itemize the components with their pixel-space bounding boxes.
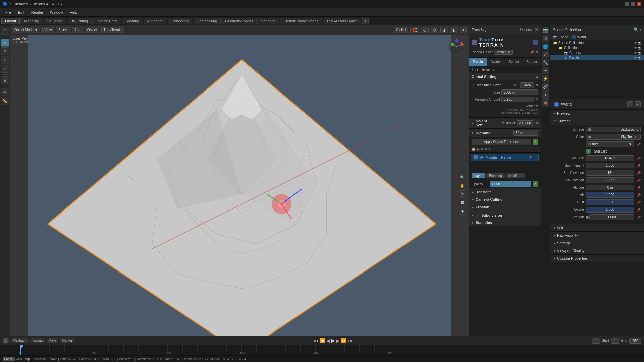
tab-layout[interactable]: Layout: [1, 18, 20, 24]
menu-help[interactable]: Help: [67, 10, 80, 15]
transform-tool[interactable]: ⊞: [1, 76, 9, 84]
pan-btn[interactable]: ✋: [459, 182, 466, 189]
ray-visibility-header[interactable]: ▶ Ray Visibility: [550, 232, 644, 239]
tab-compositing[interactable]: Compositing: [193, 18, 221, 24]
tab-shading[interactable]: Shading: [122, 18, 143, 24]
constraints-props-icon[interactable]: 🔗: [542, 83, 549, 90]
sun-size-value[interactable]: 0.545°: [586, 155, 634, 161]
annotate-tool[interactable]: ✏: [1, 88, 9, 96]
transform-section[interactable]: ▶ Transform: [469, 188, 541, 196]
tab-terrain[interactable]: Terrain: [469, 58, 487, 66]
ozone-pin-icon[interactable]: 📌: [637, 208, 641, 212]
altitude-value[interactable]: 0 m: [586, 185, 634, 190]
viewport-canvas[interactable]: User Perspective (1) Collection | Terrai…: [10, 35, 469, 353]
preview-header[interactable]: ▶ Preview: [550, 110, 644, 117]
scene-props-icon[interactable]: 📷: [542, 27, 549, 34]
global-btn[interactable]: Global: [394, 27, 408, 33]
menu-edit[interactable]: Edit: [15, 10, 27, 15]
axis-snap-button[interactable]: Axis Snap: [16, 357, 30, 361]
keying-button[interactable]: Keying: [31, 338, 45, 343]
material-props-icon[interactable]: ⬟: [542, 99, 549, 107]
mountain-add-icon[interactable]: +: [534, 155, 536, 160]
tab-water[interactable]: Water: [487, 58, 505, 66]
world-breadcrumb-label[interactable]: World: [577, 35, 586, 39]
tab-uv-editing[interactable]: UV Editing: [67, 18, 92, 24]
zoom-in-btn[interactable]: 🔍: [459, 174, 466, 181]
tab-layer[interactable]: Layer: [472, 173, 485, 178]
end-frame-input[interactable]: 250: [629, 338, 641, 344]
eye-icon-scene[interactable]: 👁: [634, 41, 637, 45]
nishita-pin-icon[interactable]: 📌: [637, 143, 641, 146]
maximize-button[interactable]: □: [631, 2, 635, 6]
eye-icon-collection[interactable]: 👁: [634, 46, 637, 50]
nishita-value[interactable]: Nishita ▼: [586, 141, 634, 147]
outliner-filter-icon[interactable]: 🔍: [634, 27, 638, 32]
surface-type-value[interactable]: Background: [586, 127, 641, 132]
scene-breadcrumb-label[interactable]: Scene: [558, 35, 568, 39]
tab-sculpting[interactable]: Sculpting: [44, 18, 66, 24]
view-button[interactable]: View: [47, 338, 58, 343]
menu-file[interactable]: File: [3, 10, 14, 15]
menu-window[interactable]: Window: [47, 10, 66, 15]
sun-rotation-pin-icon[interactable]: 📌: [637, 179, 641, 182]
viewport-amount-value[interactable]: 0.250: [501, 97, 534, 102]
start-frame-input[interactable]: 1: [611, 338, 619, 344]
tree-item-collection[interactable]: 📁 Collection 👁 📷: [550, 45, 644, 50]
play-btn[interactable]: ▶: [331, 337, 335, 344]
render-props-icon[interactable]: 🖥: [542, 35, 549, 42]
rotate-tool[interactable]: ↻: [1, 56, 9, 64]
apply-obj-transform-button[interactable]: Apply Object Transform: [472, 139, 531, 145]
settings-menu-icon[interactable]: ≡: [536, 74, 538, 79]
scale-tool[interactable]: ⤢: [1, 65, 9, 73]
snap-magnet[interactable]: 🧲: [410, 27, 419, 33]
sun-elevation-value[interactable]: 15°: [586, 170, 634, 176]
timeline-body[interactable]: 0 50 100 150 200 250: [0, 345, 644, 355]
dust-pin-icon[interactable]: 📌: [637, 201, 641, 204]
render-icon-scene[interactable]: 📷: [638, 41, 641, 45]
strength-pin-icon[interactable]: 📌: [637, 216, 641, 219]
select-tool[interactable]: ↖: [1, 39, 9, 47]
tab-texture-paint[interactable]: Texture Paint: [92, 18, 121, 24]
tab-rendering[interactable]: Rendering: [168, 18, 192, 24]
current-frame-input[interactable]: 1: [592, 338, 600, 344]
playback-button[interactable]: Playback: [11, 338, 29, 343]
close-button[interactable]: ✕: [637, 2, 641, 6]
zoom-out-btn[interactable]: 🔭: [459, 190, 466, 198]
window-controls[interactable]: — □ ✕: [625, 2, 641, 6]
viewport-shading-render[interactable]: ●: [460, 27, 467, 33]
resolution-refresh-icon[interactable]: ↻: [535, 83, 538, 87]
panel-options-button[interactable]: Options: [520, 28, 532, 32]
proportional-edit[interactable]: ◎: [421, 27, 429, 33]
size-value[interactable]: 2000 m: [501, 89, 538, 95]
custom-properties-header[interactable]: ▶ Custom Properties: [550, 255, 644, 262]
refresh-icon[interactable]: ↻: [535, 50, 538, 54]
prev-keyframe-btn[interactable]: ◀: [326, 338, 330, 343]
multiplier-value[interactable]: 200.000: [517, 120, 533, 126]
sun-rotation-value[interactable]: -52.5°: [586, 177, 634, 183]
viewport-amount-icon[interactable]: ↻: [535, 98, 538, 101]
air-pin-icon[interactable]: 📌: [637, 193, 641, 197]
viewport[interactable]: Object Mode ▼ View Select Add Object Tru…: [10, 25, 469, 353]
mountain-visibility-icon[interactable]: 👁: [529, 156, 533, 159]
pinned-object[interactable]: Terrain ✕: [494, 50, 513, 55]
select-menu[interactable]: Select: [56, 27, 70, 33]
viewport-shading-wire[interactable]: ⬡: [431, 27, 438, 33]
measure-tool[interactable]: 📏: [1, 97, 9, 105]
pin-icon[interactable]: 📌: [530, 50, 534, 54]
particles-props-icon[interactable]: ✦: [542, 67, 549, 74]
marker-button[interactable]: Marker: [60, 338, 74, 343]
camera-culling-section[interactable]: ▶ Camera Culling: [469, 196, 541, 203]
sun-disc-toggle[interactable]: ✓: [586, 149, 591, 154]
tab-scripting[interactable]: Scripting: [257, 18, 279, 24]
height-settings-header[interactable]: ▶ Height Setti... Multiplier 200.000 ↻: [469, 118, 541, 128]
diorama-value[interactable]: 50 m: [513, 130, 538, 136]
viewport-gizmo[interactable]: X Y Z: [448, 38, 465, 55]
strength-value[interactable]: 1.000: [589, 214, 634, 220]
minimize-button[interactable]: —: [625, 2, 629, 6]
subdivision-section[interactable]: ▶ ⊞ Subdivision: [469, 211, 541, 219]
tab-animation[interactable]: Animation: [144, 18, 167, 24]
modifier-props-icon[interactable]: 🔧: [542, 59, 549, 66]
viewport-shading-solid[interactable]: ◑: [440, 27, 448, 33]
jump-start-btn[interactable]: ⏮: [314, 338, 319, 343]
add-tab-button[interactable]: +: [362, 18, 369, 24]
